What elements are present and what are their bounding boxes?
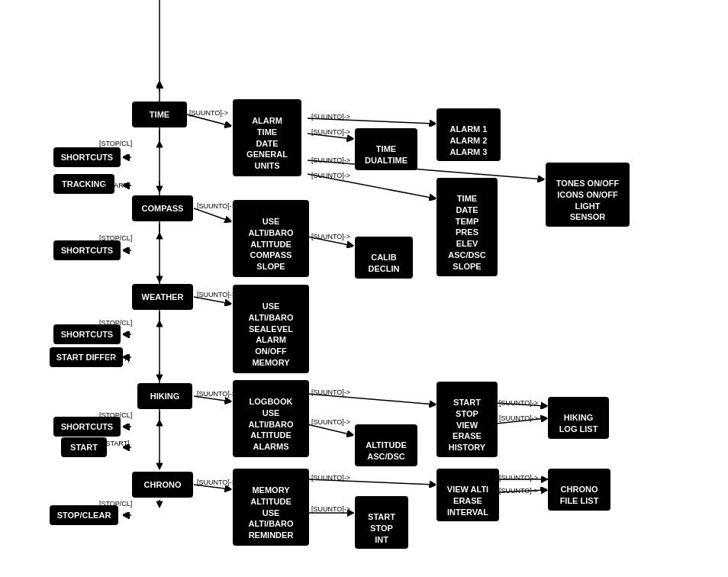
menu-hiking-box: LOGBOOK USE ALTI/BARO ALTITUDE ALARMS	[233, 380, 309, 457]
shortcuts4-box: SHORTCUTS	[53, 417, 121, 437]
menu-compass-box: USE ALTI/BARO ALTITUDE COMPASS SLOPE	[233, 200, 309, 277]
suunto-hilog2: [SUUNTO]->	[499, 414, 538, 422]
svg-marker-20	[156, 375, 163, 381]
suunto-calib: [SUUNTO]->	[311, 233, 350, 240]
suunto-label-3: [SUUNTO]->	[197, 291, 236, 298]
compass-box: COMPASS	[132, 195, 193, 221]
suunto-alarms: [SUUNTO]->	[311, 418, 350, 426]
startview-box: START STOP VIEW ERASE HISTORY	[436, 382, 498, 457]
weather-box: WEATHER	[132, 284, 193, 310]
hikingloglist-box: HIKING LOG LIST	[548, 397, 609, 439]
svg-line-40	[308, 424, 353, 435]
stopcl-label-4: [STOP/CL]	[99, 411, 132, 419]
startstopint-box: START STOP INT	[355, 496, 408, 549]
stopcl-label-3: [STOP/CL]	[99, 319, 132, 327]
svg-marker-29	[156, 420, 163, 426]
hiking-box: HIKING	[137, 383, 192, 409]
time-box: TIME	[132, 102, 187, 127]
suunto-label-2: [SUUNTO]->	[197, 202, 236, 210]
svg-line-9	[194, 208, 230, 221]
suunto-chfile1: [SUUNTO]->	[499, 474, 538, 482]
suunto-units: [SUUNTO]->	[311, 172, 350, 179]
suunto-general: [SUUNTO]->	[311, 156, 350, 164]
svg-marker-6	[156, 186, 163, 192]
alarm123-box: ALARM 1 ALARM 2 ALARM 3	[436, 108, 501, 161]
timedualtime-box: TIME DUALTIME	[355, 128, 417, 170]
start-label-3: [START]	[104, 355, 130, 363]
stopcl-label-2: [STOP/CL]	[99, 234, 132, 242]
arrows-svg	[0, 0, 728, 577]
start-label-4: [START]	[104, 440, 130, 447]
altitudeasc-box: ALTITUDE ASC/DSC	[355, 424, 417, 466]
tones-box: TONES ON/OFF ICONS ON/OFF LIGHT SENSOR	[546, 163, 630, 227]
diagram: TIME SHORTCUTS TRACKING COMPASS SHORTCUT…	[0, 0, 728, 577]
stopcl-label-1: [STOP/CL]	[99, 140, 132, 147]
suunto-label-5: [SUUNTO]->	[197, 479, 236, 486]
suunto-alarm: [SUUNTO]->	[311, 113, 350, 121]
start-label-1: [START]	[104, 182, 130, 189]
suunto-chfile2: [SUUNTO]->	[499, 487, 538, 495]
suunto-memory: [SUUNTO]->	[311, 474, 350, 482]
svg-marker-14	[156, 233, 163, 239]
svg-marker-28	[156, 463, 163, 469]
svg-marker-21	[156, 321, 163, 327]
suunto-label-1: [SUUNTO]->	[189, 109, 228, 117]
shortcuts3-box: SHORTCUTS	[53, 324, 121, 344]
chronofilelist-box: CHRONO FILE LIST	[548, 469, 610, 511]
menu-weather-box: USE ALTI/BARO SEALEVEL ALARM ON/OFF MEMO…	[233, 285, 309, 373]
suunto-timedual: [SUUNTO]->	[311, 128, 350, 136]
svg-marker-7	[156, 141, 163, 147]
svg-marker-13	[156, 276, 163, 282]
suunto-hilog1: [SUUNTO]->	[499, 399, 538, 407]
stopclear-box: STOP/CLEAR	[50, 505, 118, 525]
shortcuts1-box: SHORTCUTS	[53, 147, 121, 167]
menu-time-box: ALARM TIME DATE GENERAL UNITS	[233, 99, 301, 176]
shortcuts2-box: SHORTCUTS	[53, 240, 121, 260]
suunto-label-4: [SUUNTO]->	[197, 390, 236, 398]
suunto-reminder: [SUUNTO]->	[311, 505, 350, 513]
stopcl-label-5: [STOP/CL]	[99, 500, 132, 508]
viewalti-box: VIEW ALTI ERASE INTERVAL	[436, 469, 499, 521]
chrono-box: CHRONO	[132, 472, 193, 498]
timetemp-box: TIME DATE TEMP PRES ELEV ASC/DSC SLOPE	[436, 178, 498, 276]
start-box: START	[61, 437, 107, 457]
svg-marker-33	[156, 501, 163, 508]
menu-chrono-box: MEMORY ALTITUDE USE ALTI/BARO REMINDER	[233, 469, 309, 546]
suunto-logbook: [SUUNTO]->	[311, 388, 350, 396]
calibdeclin-box: CALIB DECLIN	[355, 237, 413, 279]
